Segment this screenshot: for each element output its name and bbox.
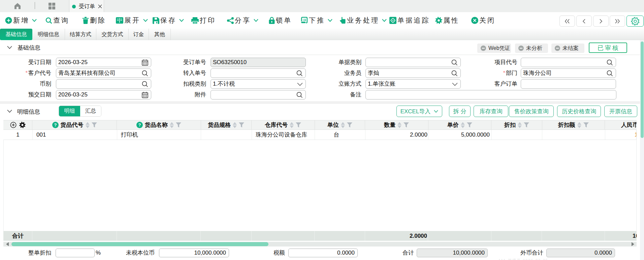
svg-text:?: ? bbox=[138, 122, 141, 127]
svg-text:?: ? bbox=[54, 122, 57, 127]
